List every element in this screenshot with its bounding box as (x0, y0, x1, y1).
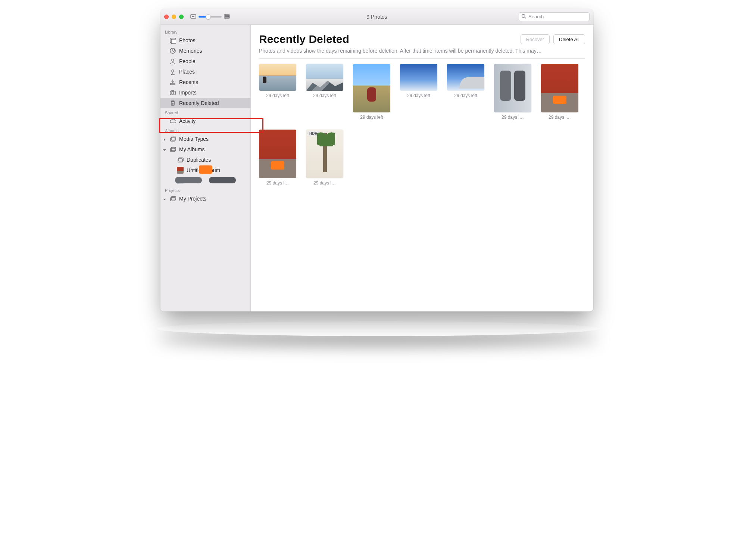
toolbar: 9 Photos (160, 9, 593, 25)
sidebar-item-places[interactable]: Places (160, 66, 250, 77)
thumb (177, 167, 184, 174)
divider (259, 58, 585, 59)
sidebar-item-my-projects[interactable]: My Projects (160, 193, 250, 204)
sidebar-item-recents[interactable]: Recents (160, 77, 250, 87)
main-content: Recently Deleted Recover Delete All Phot… (251, 25, 593, 311)
sidebar-item-label: My Projects (179, 196, 206, 202)
search-field[interactable] (519, 12, 590, 21)
photo-thumbnail[interactable] (494, 64, 531, 112)
download-icon (169, 79, 176, 86)
sidebar-item-label: Memories (179, 48, 202, 54)
sidebar-item-label: Media Types (179, 136, 209, 142)
search-input[interactable] (528, 13, 592, 20)
sidebar-section-label: Projects (160, 186, 250, 193)
photo-thumbnail[interactable] (400, 64, 437, 91)
sidebar-item-label: Activity (179, 118, 196, 124)
thumb (177, 177, 184, 184)
stack-icon (169, 195, 176, 202)
search-icon (521, 13, 528, 20)
photo-thumbnail[interactable]: HDR (306, 130, 343, 178)
photo-caption: 29 days left (360, 115, 383, 120)
zoom-out-icon (190, 13, 196, 20)
sidebar-item-we[interactable]: We (160, 176, 250, 186)
photo-caption: 29 days l… (502, 115, 524, 120)
photo-caption: 29 days left (454, 93, 477, 98)
stack-icon (169, 136, 176, 142)
svg-point-4 (522, 14, 525, 17)
photo-caption: 29 days l… (266, 180, 289, 186)
trash-icon (169, 100, 176, 106)
person-icon (169, 58, 176, 65)
chevron-down-icon[interactable] (163, 196, 167, 201)
sidebar-section-label: Albums (160, 126, 250, 134)
photos-icon (169, 37, 176, 44)
sidebar-item-label: Recents (179, 79, 198, 85)
app-window: 9 Photos LibraryPhotosMemoriesPeoplePlac… (160, 9, 593, 311)
page-title: Recently Deleted (259, 33, 517, 46)
photo-thumbnail[interactable] (541, 64, 578, 112)
sidebar-item-label: Photos (179, 37, 196, 43)
sidebar-section-label: Shared (160, 108, 250, 116)
sidebar-item-photos[interactable]: Photos (160, 35, 250, 46)
pin-icon (169, 68, 176, 75)
window-controls (164, 15, 184, 19)
chevron-right-icon[interactable] (163, 137, 167, 141)
photo-caption: 29 days left (407, 93, 430, 98)
photo-caption: 29 days left (266, 93, 289, 98)
stack-icon (169, 146, 176, 153)
sidebar-item-duplicates[interactable]: Duplicates (160, 155, 250, 165)
sidebar-item-people[interactable]: People (160, 56, 250, 66)
minimize-window-button[interactable] (172, 15, 176, 19)
sidebar-item-label: People (179, 58, 196, 64)
zoom-slider[interactable] (199, 16, 222, 18)
photo-caption: 29 days l… (549, 115, 571, 120)
sidebar-item-untitled-album[interactable]: Untitled Album (160, 165, 250, 176)
photo-cell[interactable]: 29 days left (306, 64, 343, 120)
sidebar-item-activity[interactable]: Activity (160, 116, 250, 126)
hdr-badge: HDR (307, 131, 319, 136)
photo-grid: 29 days left29 days left29 days left29 d… (259, 64, 585, 186)
sidebar-item-label: Duplicates (187, 157, 211, 163)
page-subtext: Photos and videos show the days remainin… (259, 48, 585, 54)
sidebar: LibraryPhotosMemoriesPeoplePlacesRecents… (160, 25, 251, 311)
sidebar-item-recently-deleted[interactable]: Recently Deleted (160, 98, 250, 108)
photo-cell[interactable]: 29 days l… (494, 64, 531, 120)
zoom-in-icon (224, 13, 230, 20)
photo-thumbnail[interactable] (353, 64, 390, 112)
camera-icon (169, 89, 176, 96)
sidebar-item-label: My Albums (179, 146, 204, 152)
stack-icon (177, 156, 184, 163)
recover-button[interactable]: Recover (521, 34, 550, 44)
photo-cell[interactable]: 29 days l… (541, 64, 578, 120)
cloud-icon (169, 118, 176, 124)
photo-cell[interactable]: HDR29 days l… (306, 130, 343, 186)
svg-rect-1 (192, 16, 194, 17)
close-window-button[interactable] (164, 15, 169, 19)
sidebar-section-label: Library (160, 28, 250, 35)
clock-play-icon (169, 47, 176, 54)
fullscreen-window-button[interactable] (179, 15, 184, 19)
photo-cell[interactable]: 29 days left (447, 64, 484, 120)
svg-rect-3 (225, 15, 229, 18)
chevron-down-icon[interactable] (163, 147, 167, 152)
photo-caption: 29 days l… (313, 180, 336, 186)
photo-cell[interactable]: 29 days left (353, 64, 390, 120)
sidebar-item-label: Imports (179, 90, 197, 96)
sidebar-item-memories[interactable]: Memories (160, 46, 250, 56)
svg-line-5 (525, 17, 526, 18)
photo-caption: 29 days left (313, 93, 336, 98)
thumbnail-zoom-control (190, 13, 230, 20)
photo-cell[interactable]: 29 days left (400, 64, 437, 120)
delete-all-button[interactable]: Delete All (553, 34, 585, 44)
sidebar-item-label: Places (179, 69, 195, 75)
photo-thumbnail[interactable] (259, 64, 296, 91)
sidebar-item-my-albums[interactable]: My Albums (160, 144, 250, 155)
photo-cell[interactable]: 29 days left (259, 64, 296, 120)
sidebar-item-media-types[interactable]: Media Types (160, 134, 250, 144)
photo-thumbnail[interactable] (306, 64, 343, 91)
sidebar-item-imports[interactable]: Imports (160, 87, 250, 98)
sidebar-item-label: Recently Deleted (179, 100, 219, 106)
photo-thumbnail[interactable] (447, 64, 484, 91)
photo-thumbnail[interactable] (259, 130, 296, 178)
photo-cell[interactable]: 29 days l… (259, 130, 296, 186)
